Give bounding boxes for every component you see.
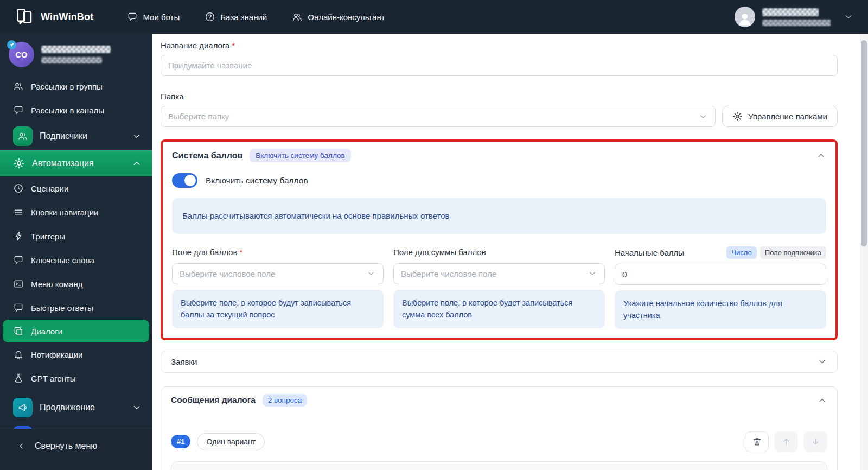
gear-icon	[13, 157, 25, 169]
flask-icon	[13, 373, 24, 384]
sidebar-item-dialogs[interactable]: Диалоги	[3, 320, 149, 342]
sidebar-item-gpt-agents[interactable]: GPT агенты	[0, 366, 152, 390]
chevron-up-icon[interactable]	[817, 395, 827, 405]
folder-select[interactable]: Выберите папку	[161, 106, 716, 127]
sidebar-item-label: Кнопки навигации	[31, 208, 98, 217]
arrow-up-icon	[781, 436, 792, 447]
avatar	[735, 7, 755, 27]
main-content: Название диалога* Папка Выберите папку У…	[152, 34, 868, 470]
chevron-up-icon[interactable]	[816, 150, 826, 161]
sidebar-item-navigation-buttons[interactable]: Кнопки навигации	[0, 200, 152, 224]
sidebar-item-automation[interactable]: Автоматизация	[0, 150, 152, 176]
dialog-name-label: Название диалога*	[161, 41, 838, 50]
sidebar-item-label: Нотификации	[31, 350, 82, 359]
sidebar-item-label: Подписчики	[40, 131, 87, 141]
move-question-up-button[interactable]	[774, 431, 798, 452]
score-field-label: Поле для баллов*	[172, 247, 242, 257]
initial-score-input[interactable]	[622, 270, 819, 279]
chevron-left-icon	[16, 441, 26, 451]
chat-icon	[13, 255, 24, 265]
sidebar-item-label: Автоматизация	[32, 158, 94, 168]
sidebar-item-group-broadcasts[interactable]: Рассылки в группы	[0, 74, 152, 98]
nav-item-knowledge-base[interactable]: База знаний	[205, 11, 267, 22]
brand[interactable]: WinWinBot	[15, 8, 93, 26]
chevron-down-icon	[817, 357, 827, 367]
sidebar-item-triggers[interactable]: Триггеры	[0, 224, 152, 248]
manage-folders-button[interactable]: Управление папками	[722, 106, 838, 127]
dialog-name-input[interactable]	[168, 61, 830, 70]
delete-question-button[interactable]	[745, 431, 769, 452]
bot-name-redacted	[41, 46, 111, 63]
required-asterisk: *	[232, 41, 235, 50]
folder-placeholder: Выберите папку	[168, 112, 229, 121]
scoring-toggle-label: Включить систему баллов	[206, 176, 308, 186]
megaphone-icon	[13, 398, 33, 417]
tab-number[interactable]: Число	[726, 246, 756, 259]
folder-label: Папка	[161, 92, 838, 101]
users-icon	[13, 81, 24, 92]
terminal-icon	[13, 278, 24, 289]
list-icon	[13, 207, 24, 218]
score-field-column: Поле для баллов* Выберите числовое поле …	[172, 246, 384, 329]
scoring-section: Система баллов Включить систему баллов В…	[163, 142, 835, 338]
users-icon	[292, 11, 303, 22]
sidebar-item-notifications[interactable]: Нотификации	[0, 342, 152, 366]
bolt-icon	[13, 231, 24, 242]
users-icon	[13, 126, 33, 146]
bot-initials: CO	[15, 50, 28, 59]
score-sum-column: Поле для суммы баллов Выберите числовое …	[393, 246, 605, 329]
chevron-up-icon	[131, 158, 142, 169]
scoring-toggle[interactable]	[172, 173, 197, 188]
chevron-down-icon	[131, 131, 142, 142]
chevron-down-icon	[366, 269, 376, 278]
chevron-down-icon	[131, 402, 142, 413]
nav-item-label: Мои боты	[143, 12, 180, 22]
sidebar-item-quick-replies[interactable]: Быстрые ответы	[0, 296, 152, 320]
sidebar-item-subscribers[interactable]: Подписчики	[0, 122, 152, 150]
sidebar-item-label: Меню команд	[31, 280, 82, 289]
person-icon	[737, 10, 753, 27]
chevron-down-icon	[588, 269, 597, 278]
question-variant-button[interactable]: Один вариант	[197, 433, 265, 450]
chat-icon	[127, 11, 138, 22]
score-sum-label: Поле для суммы баллов	[393, 247, 486, 257]
message-text-field[interactable]: Текст сообщения	[171, 461, 827, 470]
sidebar-item-label: Рассылки в группы	[31, 82, 103, 91]
scoring-section-annotation: Система баллов Включить систему баллов В…	[161, 139, 838, 340]
applications-accordion[interactable]: Заявки	[161, 351, 838, 373]
user-menu[interactable]	[735, 7, 854, 27]
scrollbar-thumb[interactable]	[861, 40, 867, 246]
initial-score-column: Начальные баллы Число Поле подписчика Ук…	[615, 246, 826, 329]
score-field-select[interactable]: Выберите числовое поле	[172, 263, 384, 284]
sidebar-item-keywords[interactable]: Ключевые слова	[0, 248, 152, 272]
sidebar-item-promotion[interactable]: Продвижение	[0, 393, 152, 422]
move-question-down-button[interactable]	[803, 431, 827, 452]
chevron-down-icon[interactable]	[843, 11, 854, 22]
clipboard-icon	[13, 326, 24, 336]
tab-subscriber-field[interactable]: Поле подписчика	[760, 246, 826, 259]
sidebar-item-label: Быстрые ответы	[31, 303, 93, 313]
score-sum-select[interactable]: Выберите числовое поле	[393, 263, 605, 284]
nav-item-my-bots[interactable]: Мои боты	[127, 11, 180, 22]
help-circle-icon	[205, 11, 215, 22]
scoring-info-box: Баллы рассчитываются автоматически на ос…	[172, 198, 826, 234]
nav-item-online-consultant[interactable]: Онлайн-консультант	[292, 11, 385, 22]
sidebar-item-command-menu[interactable]: Меню команд	[0, 272, 152, 296]
sidebar-item-label: Триггеры	[31, 232, 65, 241]
dialog-name-field	[161, 55, 838, 76]
collapse-menu-button[interactable]: Свернуть меню	[0, 429, 152, 470]
score-sum-hint: Выберите поле, в которое будет записыват…	[393, 290, 605, 328]
scrollbar-track[interactable]	[860, 34, 868, 470]
sidebar-item-label: GPT агенты	[31, 374, 76, 383]
bot-profile[interactable]: CO	[0, 34, 152, 74]
sidebar-item-channel-broadcasts[interactable]: Рассылки в каналы	[0, 98, 152, 122]
nav-item-label: Онлайн-консультант	[308, 12, 385, 22]
chevron-down-icon	[698, 112, 708, 122]
clock-icon	[13, 183, 24, 194]
sidebar-item-scenarios[interactable]: Сценарии	[0, 176, 152, 200]
scoring-title: Система баллов	[172, 151, 242, 161]
score-field-hint: Выберите поле, в которое будут записыват…	[172, 290, 384, 328]
scoring-badge: Включить систему баллов	[250, 149, 350, 162]
sidebar-item-label: Рассылки в каналы	[31, 106, 104, 115]
arrow-down-icon	[810, 436, 821, 447]
